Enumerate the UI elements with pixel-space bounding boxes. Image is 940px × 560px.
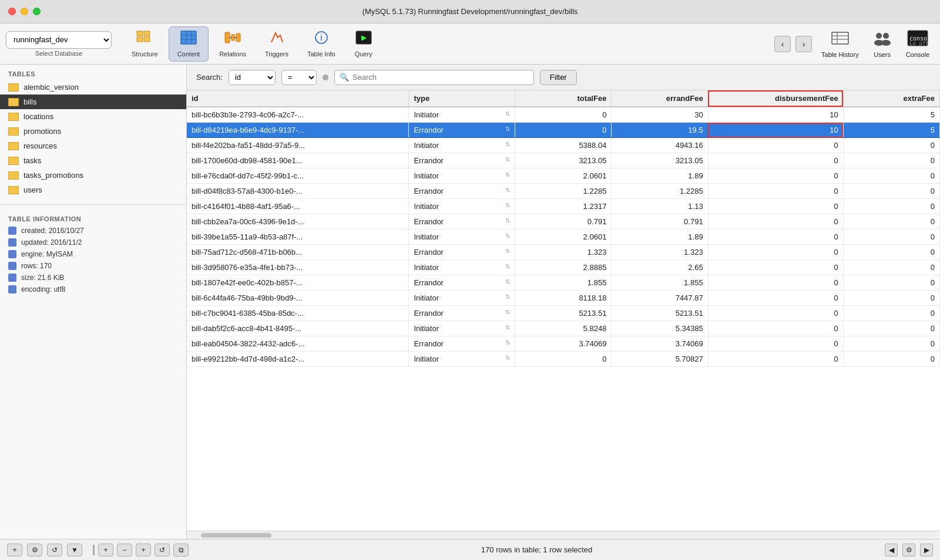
cell-type: Initiator ⇅ bbox=[409, 138, 515, 153]
cell-type: Errandor ⇅ bbox=[409, 123, 515, 138]
col-header-errandfee[interactable]: errandFee bbox=[612, 90, 708, 107]
table-icon bbox=[8, 186, 19, 194]
table-row[interactable]: bill-d04f8c83-57a8-4300-b1e0-... Errando… bbox=[187, 184, 940, 199]
content-button[interactable]: Content bbox=[169, 26, 209, 62]
svg-point-22 bbox=[876, 33, 882, 39]
col-header-type[interactable]: type bbox=[409, 90, 515, 107]
tableinfo-button[interactable]: i Table Info bbox=[299, 27, 344, 61]
console-icon: conso Le off bbox=[907, 30, 928, 50]
table-row[interactable]: bill-e76cda0f-dd7c-45f2-99b1-c... Initia… bbox=[187, 168, 940, 184]
search-field-select[interactable]: id bbox=[229, 70, 276, 85]
cell-totalfee: 2.8885 bbox=[515, 260, 612, 275]
table-row[interactable]: bill-1700e60d-db98-4581-90e1... Errandor… bbox=[187, 153, 940, 168]
svg-point-25 bbox=[881, 40, 891, 46]
delete-row-button[interactable]: − bbox=[117, 544, 132, 556]
cell-totalfee: 2.0601 bbox=[515, 230, 612, 245]
structure-icon bbox=[136, 31, 153, 48]
close-button[interactable] bbox=[8, 8, 16, 15]
triggers-button[interactable]: Triggers bbox=[257, 27, 297, 61]
col-header-id[interactable]: id bbox=[187, 90, 409, 107]
prev-page-button[interactable]: ◀ bbox=[885, 544, 898, 556]
cell-type: Initiator ⇅ bbox=[409, 321, 515, 336]
table-item-resources[interactable]: resources bbox=[0, 139, 186, 153]
console-button[interactable]: conso Le off Console bbox=[901, 28, 934, 60]
search-input[interactable] bbox=[352, 73, 529, 82]
scrollbar-thumb[interactable] bbox=[201, 533, 271, 538]
cell-totalfee: 0 bbox=[515, 352, 612, 367]
cell-type: Initiator ⇅ bbox=[409, 230, 515, 245]
col-header-extrafee[interactable]: extraFee bbox=[843, 90, 939, 107]
table-row[interactable]: bill-39be1a55-11a9-4b53-a87f-... Initiat… bbox=[187, 230, 940, 245]
cell-errandfee: 3.74069 bbox=[612, 336, 708, 352]
cell-type: Errandor ⇅ bbox=[409, 336, 515, 352]
refresh-button[interactable]: ↺ bbox=[47, 544, 62, 556]
table-row[interactable]: bill-dab5f2c6-acc8-4b41-8495-... Initiat… bbox=[187, 321, 940, 336]
cell-id: bill-eab04504-3822-4432-adc6-... bbox=[187, 336, 409, 352]
table-item-locations[interactable]: locations bbox=[0, 109, 186, 124]
table-item-promotions[interactable]: promotions bbox=[0, 124, 186, 139]
reload-button[interactable]: ↺ bbox=[155, 544, 170, 556]
table-row[interactable]: bill-eab04504-3822-4432-adc6-... Errando… bbox=[187, 336, 940, 352]
forward-button[interactable]: › bbox=[795, 36, 812, 52]
search-dot-icon bbox=[323, 75, 328, 80]
duplicate-row-button[interactable]: + bbox=[136, 544, 151, 556]
table-row[interactable]: bill-c7bc9041-6385-45ba-85dc-... Errando… bbox=[187, 306, 940, 321]
cell-errandfee: 5.34385 bbox=[612, 321, 708, 336]
database-selector[interactable]: runningfast_dev Select Database bbox=[6, 31, 112, 57]
query-button[interactable]: ▶ Query bbox=[346, 27, 381, 61]
filter-toggle-button[interactable]: ▼ bbox=[67, 544, 82, 556]
minimize-button[interactable] bbox=[21, 8, 28, 15]
copy-button[interactable]: ⧉ bbox=[173, 544, 189, 556]
back-button[interactable]: ‹ bbox=[774, 36, 791, 52]
cell-type: Errandor ⇅ bbox=[409, 306, 515, 321]
cell-disbfee: 0 bbox=[708, 291, 843, 306]
svg-text:▶: ▶ bbox=[361, 33, 367, 42]
relations-button[interactable]: Relations bbox=[211, 27, 254, 61]
maximize-button[interactable] bbox=[33, 8, 41, 15]
table-history-button[interactable]: Table History bbox=[817, 28, 864, 60]
horizontal-scrollbar[interactable] bbox=[187, 531, 940, 539]
cell-type: Initiator ⇅ bbox=[409, 260, 515, 275]
insert-row-button[interactable]: + bbox=[98, 544, 113, 556]
cell-errandfee: 1.13 bbox=[612, 199, 708, 214]
table-row[interactable]: bill-d84219ea-b6e9-4dc9-9137-... Errando… bbox=[187, 123, 940, 138]
table-row[interactable]: bill-75ad712c-d568-471b-b06b... Errandor… bbox=[187, 245, 940, 260]
table-item-tasks-promotions[interactable]: tasks_promotions bbox=[0, 168, 186, 183]
table-item-users[interactable]: users bbox=[0, 183, 186, 197]
cell-errandfee: 7447.87 bbox=[612, 291, 708, 306]
table-row[interactable]: bill-6c44fa46-75ba-49bb-9bd9-... Initiat… bbox=[187, 291, 940, 306]
cell-disbfee: 0 bbox=[708, 352, 843, 367]
users-toolbar-button[interactable]: Users bbox=[868, 28, 897, 60]
filter-button[interactable]: Filter bbox=[540, 70, 577, 85]
svg-text:Le off: Le off bbox=[909, 41, 928, 46]
table-item-tasks[interactable]: tasks bbox=[0, 153, 186, 168]
cell-errandfee: 30 bbox=[612, 107, 708, 123]
col-header-disbfee[interactable]: disbursementFee bbox=[708, 90, 843, 107]
table-row[interactable]: bill-cbb2ea7a-00c6-4396-9e1d-... Errando… bbox=[187, 214, 940, 230]
database-select[interactable]: runningfast_dev bbox=[6, 31, 112, 49]
cell-extrafee: 0 bbox=[843, 138, 939, 153]
table-row[interactable]: bill-c4164f01-4b88-4af1-95a6-... Initiat… bbox=[187, 199, 940, 214]
toolbar-right: ‹ › Table History bbox=[774, 28, 934, 60]
cell-totalfee: 5.8248 bbox=[515, 321, 612, 336]
table-row[interactable]: bill-bc6b3b3e-2793-4c06-a2c7-... Initiat… bbox=[187, 107, 940, 123]
cell-totalfee: 1.855 bbox=[515, 275, 612, 291]
table-row[interactable]: bill-3d958076-e35a-4fe1-bb73-... Initiat… bbox=[187, 260, 940, 275]
table-item-bills[interactable]: bills bbox=[0, 95, 186, 109]
users-toolbar-label: Users bbox=[874, 51, 891, 58]
cell-errandfee: 1.2285 bbox=[612, 184, 708, 199]
table-row[interactable]: bill-e99212bb-4d7d-498d-a1c2-... Initiat… bbox=[187, 352, 940, 367]
add-row-button[interactable]: + bbox=[7, 544, 22, 556]
settings-gear-button[interactable]: ⚙ bbox=[902, 544, 915, 556]
table-item-alembic[interactable]: alembic_version bbox=[0, 80, 186, 95]
settings-button[interactable]: ⚙ bbox=[27, 544, 42, 556]
col-header-totalfee[interactable]: totalFee bbox=[515, 90, 612, 107]
cell-extrafee: 0 bbox=[843, 214, 939, 230]
table-row[interactable]: bill-1807e42f-ee0c-402b-b857-... Errando… bbox=[187, 275, 940, 291]
structure-button[interactable]: Structure bbox=[123, 27, 166, 61]
cell-id: bill-c7bc9041-6385-45ba-85dc-... bbox=[187, 306, 409, 321]
search-operator-select[interactable]: = bbox=[281, 70, 317, 85]
next-page-button[interactable]: ▶ bbox=[920, 544, 933, 556]
table-row[interactable]: bill-f4e202ba-fa51-48dd-97a5-9... Initia… bbox=[187, 138, 940, 153]
cell-type: Errandor ⇅ bbox=[409, 153, 515, 168]
